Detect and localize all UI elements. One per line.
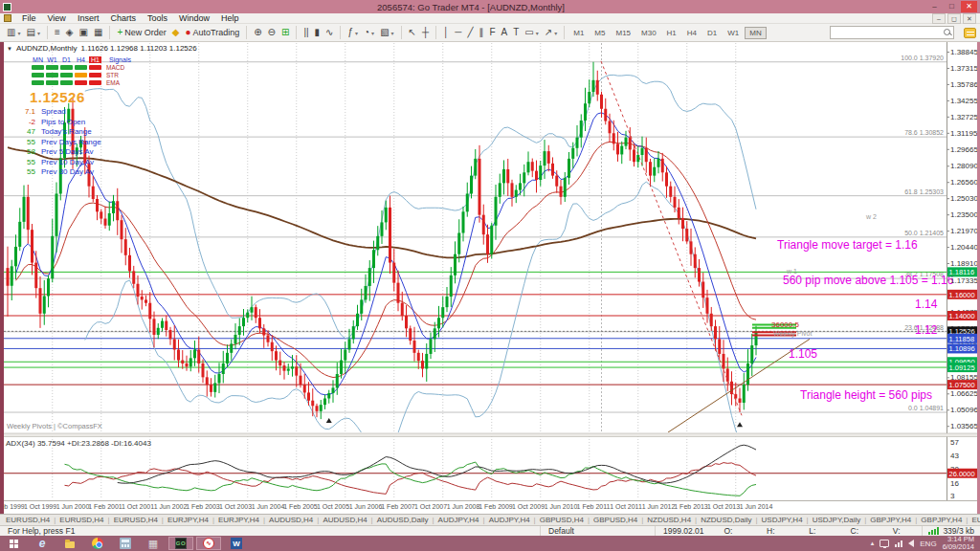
- taskbar-go-trader[interactable]: GO: [168, 537, 193, 550]
- label-button[interactable]: T: [510, 26, 522, 39]
- child-close-button[interactable]: ✕: [963, 13, 976, 24]
- menu-charts[interactable]: Charts: [104, 13, 142, 23]
- status-profile[interactable]: Default: [541, 526, 656, 537]
- chart-tab-gbpjpy-h4[interactable]: GBPJPY,H4: [917, 516, 966, 524]
- zoom-in-button[interactable]: ⊕: [251, 26, 264, 39]
- arrows-button[interactable]: ↗▾: [542, 26, 560, 39]
- navigator-button[interactable]: ◈: [63, 26, 77, 39]
- taskbar-chrome[interactable]: [85, 537, 110, 550]
- hline-button[interactable]: ─: [452, 26, 464, 39]
- chart-tab-audusd-daily[interactable]: AUDUSD,Daily: [373, 516, 433, 524]
- network-monitor-icon[interactable]: [880, 540, 889, 547]
- child-restore-button[interactable]: ◻: [947, 13, 961, 24]
- timeframe-m30[interactable]: M30: [636, 27, 661, 39]
- svg-text:1.11858: 1.11858: [949, 335, 975, 343]
- shapes-button[interactable]: ▭▾: [522, 26, 541, 39]
- tray-chevron-icon[interactable]: ▴: [871, 540, 875, 547]
- zoom-out-button[interactable]: ⊖: [265, 26, 278, 39]
- menu-help[interactable]: Help: [215, 13, 245, 23]
- menu-file[interactable]: File: [16, 13, 42, 23]
- text-button[interactable]: A: [499, 26, 511, 39]
- menu-insert[interactable]: Insert: [72, 13, 105, 23]
- timeframe-m1[interactable]: M1: [568, 27, 589, 39]
- chart-tab-gbpusd-h4[interactable]: GBPUSD,H4: [536, 516, 588, 524]
- child-minimize-button[interactable]: –: [932, 13, 946, 24]
- timeframe-h1[interactable]: H1: [662, 27, 681, 39]
- search-icon[interactable]: [943, 28, 952, 37]
- autotrading-button[interactable]: ●AutoTrading: [182, 26, 242, 39]
- line-chart-button[interactable]: ∿: [323, 26, 336, 39]
- market-watch-button[interactable]: ≡: [52, 26, 63, 39]
- chart-tab-usdjpy-daily[interactable]: USDJPY,Daily: [809, 516, 865, 524]
- chat-icon[interactable]: [964, 28, 976, 38]
- timeframe-m5[interactable]: M5: [590, 27, 610, 39]
- search-input[interactable]: [830, 26, 954, 39]
- start-icon: [9, 538, 20, 549]
- taskbar-calculator[interactable]: [113, 537, 138, 550]
- chart-tab-usdjpy-h4[interactable]: USDJPY,H4: [758, 516, 807, 524]
- taskbar-word[interactable]: W: [224, 537, 249, 550]
- chart-tab-eurjpy-h4[interactable]: EURJPY,H4: [164, 516, 212, 524]
- chart-tab-audjpy-h4[interactable]: AUDJPY,H4: [434, 516, 483, 524]
- child-window-buttons[interactable]: –◻✕: [932, 13, 976, 24]
- trendline-icon: ╱: [467, 27, 473, 38]
- taskbar-file-explorer[interactable]: [57, 537, 82, 550]
- indicators-button[interactable]: ƒ▾: [345, 26, 361, 39]
- chart-tab-eurusd-h4[interactable]: EURUSD,H4: [56, 516, 107, 524]
- new-chart-button[interactable]: ▥▾: [4, 26, 23, 39]
- trendline-button[interactable]: ╱: [464, 26, 476, 39]
- chart-tab-eurusd-h4[interactable]: EURUSD,H4: [2, 516, 54, 524]
- taskbar-start[interactable]: [2, 537, 27, 550]
- svg-text:1.105: 1.105: [789, 347, 817, 361]
- chevron-down-icon[interactable]: ▼: [7, 46, 12, 52]
- tray-clock[interactable]: 3:14 PM 6/09/2014: [943, 536, 978, 551]
- svg-text:w 2: w 2: [865, 213, 877, 220]
- chart-tab-gbpjpy-h4[interactable]: GBPJPY,H4: [866, 516, 915, 524]
- signal-bars-icon[interactable]: [895, 540, 902, 547]
- chart-tab-nzdusd-h4[interactable]: NZDUSD,H4: [643, 516, 695, 524]
- cursor-button[interactable]: ↖: [406, 26, 419, 39]
- terminal-button[interactable]: ▦: [91, 26, 105, 39]
- candlestick-chart-button[interactable]: ▮: [312, 26, 323, 39]
- tray-language[interactable]: ENG: [920, 540, 936, 548]
- chart-tab-euraud-h4[interactable]: EURAUD,H4: [968, 516, 980, 524]
- signals-col-w1: W1: [46, 56, 58, 63]
- fibonacci-button[interactable]: F: [486, 26, 498, 39]
- timeframe-h4[interactable]: H4: [682, 27, 702, 39]
- timeframe-d1[interactable]: D1: [702, 27, 722, 39]
- metaeditor-button[interactable]: ◆: [169, 26, 183, 39]
- chart-tab-eurusd-h4[interactable]: EURUSD,H4: [110, 516, 162, 524]
- chart-tab-eurjpy-h4[interactable]: EURJPY,H4: [214, 516, 263, 524]
- menu-view[interactable]: View: [42, 13, 72, 23]
- vline-button[interactable]: │: [440, 26, 452, 39]
- taskbar-app-grid[interactable]: ▦: [141, 537, 166, 550]
- crosshair-button[interactable]: ┼: [419, 26, 432, 39]
- minimize-button[interactable]: –: [926, 1, 943, 12]
- hline-icon: ─: [455, 27, 461, 38]
- periods-button[interactable]: ◔▾: [361, 26, 377, 39]
- menu-window[interactable]: Window: [173, 13, 215, 23]
- system-tray: ▴ ENG 3:14 PM 6/09/2014: [871, 536, 978, 551]
- chart-tab-nzdusd-daily[interactable]: NZDUSD,Daily: [697, 516, 755, 524]
- tile-windows-button[interactable]: ⊞: [278, 26, 292, 39]
- timeframe-mn[interactable]: MN: [745, 27, 766, 39]
- chart-tab-audusd-h4[interactable]: AUDUSD,H4: [319, 516, 370, 524]
- templates-button[interactable]: ▧▾: [377, 26, 396, 39]
- bar-chart-button[interactable]: ||: [301, 26, 311, 39]
- chart-tab-gbpusd-h4[interactable]: GBPUSD,H4: [590, 516, 641, 524]
- new-order-button[interactable]: +New Order: [114, 26, 168, 39]
- chart-tab-audusd-h4[interactable]: AUDUSD,H4: [265, 516, 317, 524]
- signals-col-d1: D1: [60, 56, 73, 63]
- timeframe-m15[interactable]: M15: [611, 27, 635, 39]
- close-button[interactable]: ✕: [961, 1, 977, 12]
- channel-button[interactable]: ∥: [476, 26, 486, 39]
- maximize-button[interactable]: □: [944, 1, 960, 12]
- volume-icon[interactable]: [908, 540, 914, 547]
- chart-tab-audjpy-h4[interactable]: AUDJPY,H4: [485, 516, 534, 524]
- menu-tools[interactable]: Tools: [142, 13, 173, 23]
- data-window-button[interactable]: ▣: [76, 26, 90, 39]
- taskbar-internet-explorer[interactable]: e: [30, 537, 55, 550]
- profiles-button[interactable]: ▤▾: [23, 26, 42, 39]
- timeframe-w1[interactable]: W1: [723, 27, 744, 39]
- taskbar-metatrader[interactable]: ∿: [196, 537, 221, 550]
